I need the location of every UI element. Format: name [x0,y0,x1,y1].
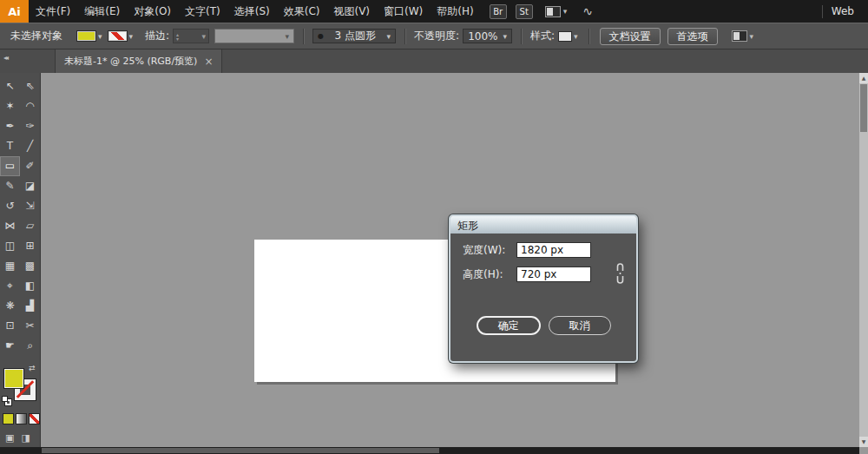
chevron-down-icon[interactable]: ▾ [563,7,568,16]
width-tool[interactable]: ⋈ [0,216,20,236]
eyedropper-tool[interactable]: ⌖ [0,276,20,296]
color-none-button[interactable] [29,413,40,424]
screen-mode-icon[interactable]: ◨ [21,432,30,444]
pencil-tool[interactable]: ✎ [0,176,20,196]
tools-grid: ↖⇖✶◠✒✑T╱▭✐✎◪↺⇲⋈▱◫⊞▦▩⌖◧❋▟⊡✂☛⌕ [0,76,40,356]
column-graph-tool[interactable]: ▟ [20,296,40,316]
eraser-tool[interactable]: ◪ [20,176,40,196]
default-fill-stroke-icon[interactable] [2,396,12,406]
brush-definition-select[interactable]: ● 3 点圆形 ▾ [312,29,396,43]
lasso-tool[interactable]: ◠ [20,96,40,116]
fill-color-indicator[interactable] [3,368,24,389]
tab-bar: ◂◂ 未标题-1* @ 25% (RGB/预览) × [0,49,868,73]
preferences-button[interactable]: 首选项 [667,28,718,45]
menu-select[interactable]: 选择(S) [227,0,277,23]
divider [589,29,589,44]
height-input[interactable] [516,266,591,282]
vertical-scroll-thumb[interactable] [860,84,867,132]
document-setup-button[interactable]: 文档设置 [600,28,661,45]
width-input[interactable] [516,242,591,258]
control-bar: 未选择对象 ▾ ▾ 描边: ▴ ▾ ▾ ▾ ● 3 点圆形 ▾ 不 [0,23,868,49]
divider [521,29,522,44]
swap-fill-stroke-icon[interactable]: ⇄ [29,364,36,372]
shape-builder-tool[interactable]: ◫ [0,236,20,256]
opacity-select[interactable]: 100% ▾ [463,29,512,43]
menu-effect[interactable]: 效果(C) [277,0,327,23]
magic-wand-tool[interactable]: ✶ [0,96,20,116]
brush-name: 3 点圆形 [335,29,376,43]
workspace-switcher[interactable]: Web [832,5,854,17]
drawing-modes-icon[interactable]: ▣ [5,432,14,444]
slice-tool[interactable]: ✂ [20,316,40,336]
color-gradient-button[interactable] [16,413,27,424]
scale-tool[interactable]: ⇲ [20,196,40,216]
menu-edit[interactable]: 编辑(E) [77,0,127,23]
stroke-color-dropdown[interactable]: ▾ [108,30,134,42]
fill-color-dropdown[interactable]: ▾ [76,30,102,42]
hand-tool[interactable]: ☛ [0,336,20,356]
type-tool[interactable]: T [0,136,20,156]
zoom-tool[interactable]: ⌕ [20,336,40,356]
rectangle-tool[interactable]: ▭ [0,156,20,176]
ok-button[interactable]: 确定 [477,316,541,335]
style-select[interactable]: ▾ [558,31,578,42]
gradient-tool[interactable]: ▩ [20,256,40,276]
menu-help[interactable]: 帮助(H) [430,0,480,23]
menu-file[interactable]: 文件(F) [29,0,77,23]
selection-tool[interactable]: ↖ [0,76,20,96]
chevron-down-icon[interactable]: ▾ [202,32,207,41]
divider [303,29,304,44]
color-fill-button[interactable] [3,413,14,424]
horizontal-scrollbar[interactable] [0,447,859,454]
menu-bar: Ai 文件(F) 编辑(E) 对象(O) 文字(T) 选择(S) 效果(C) 视… [0,0,868,23]
blend-tool[interactable]: ◧ [20,276,40,296]
document-tab-title: 未标题-1* @ 25% (RGB/预览) [64,55,197,68]
dialog-title-bar[interactable]: 矩形 [450,216,636,234]
illustrator-window: Ai 文件(F) 编辑(E) 对象(O) 文字(T) 选择(S) 效果(C) 视… [0,0,868,454]
arrange-documents-icon[interactable] [732,30,747,42]
line-segment-tool[interactable]: ╱ [20,136,40,156]
menu-type[interactable]: 文字(T) [178,0,227,23]
height-label: 高度(H): [463,267,516,282]
stock-button[interactable]: St [516,4,533,19]
artboard-tool[interactable]: ⊡ [0,316,20,336]
vertical-scrollbar[interactable]: ▲ ▼ [859,73,868,447]
stepper-down-icon[interactable]: ▾ [176,36,179,41]
chevron-down-icon: ▾ [574,32,578,41]
free-transform-tool[interactable]: ▱ [20,216,40,236]
stroke-weight-stepper[interactable]: ▴ ▾ ▾ [173,29,209,43]
scroll-up-button[interactable]: ▲ [859,73,868,83]
perspective-grid-tool[interactable]: ⊞ [20,236,40,256]
hand-gesture-icon[interactable]: ∿ [582,4,593,18]
chevron-down-icon: ▾ [387,32,391,41]
close-icon[interactable]: × [204,56,213,68]
width-profile-select[interactable]: ▾ [214,29,294,43]
collapse-tools-icon[interactable]: ◂◂ [3,54,7,62]
scroll-down-button[interactable]: ▼ [859,437,868,447]
document-tab[interactable]: 未标题-1* @ 25% (RGB/预览) × [55,49,222,73]
menu-object[interactable]: 对象(O) [127,0,178,23]
fill-swatch [76,30,96,42]
paintbrush-tool[interactable]: ✐ [20,156,40,176]
tools-panel: ↖⇖✶◠✒✑T╱▭✐✎◪↺⇲⋈▱◫⊞▦▩⌖◧❋▟⊡✂☛⌕ ⇄ ▣ ◨ [0,73,41,447]
mesh-tool[interactable]: ▦ [0,256,20,276]
constrain-proportions-icon[interactable] [615,261,626,288]
style-label: 样式: [530,29,555,43]
curvature-tool[interactable]: ✑ [20,116,40,136]
arrange-documents-icon[interactable] [545,6,561,17]
menu-window[interactable]: 窗口(W) [377,0,430,23]
opacity-value: 100% [468,30,497,43]
pen-tool[interactable]: ✒ [0,116,20,136]
horizontal-scroll-thumb[interactable] [42,448,439,453]
cancel-button[interactable]: 取消 [549,316,611,335]
bridge-button[interactable]: Br [490,4,507,19]
direct-selection-tool[interactable]: ⇖ [20,76,40,96]
symbol-sprayer-tool[interactable]: ❋ [0,296,20,316]
chevron-down-icon: ▾ [503,32,507,41]
app-logo[interactable]: Ai [0,0,29,23]
menu-view[interactable]: 视图(V) [326,0,377,23]
fill-stroke-indicator: ⇄ [0,363,41,411]
chevron-down-icon[interactable]: ▾ [750,32,754,41]
color-mode-strip [0,413,41,427]
rotate-tool[interactable]: ↺ [0,196,20,216]
